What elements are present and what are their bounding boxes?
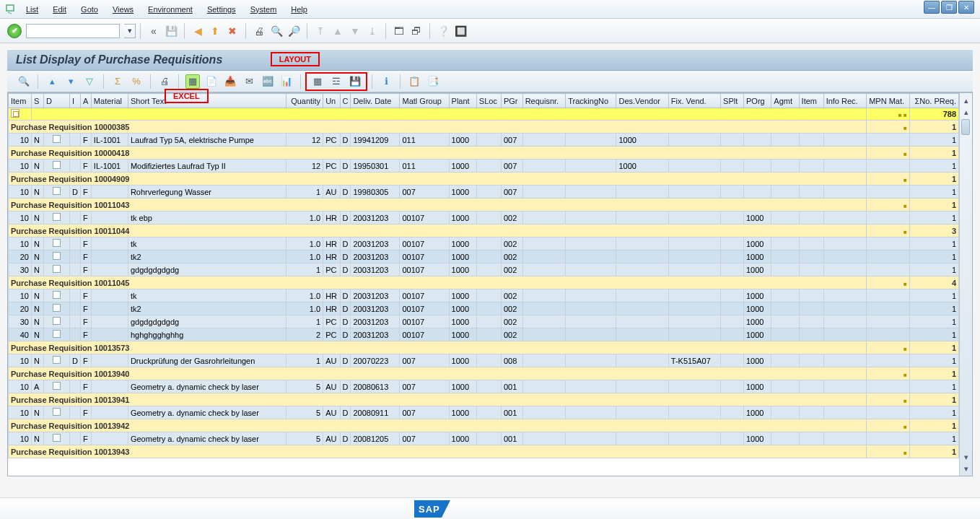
- command-dropdown[interactable]: ▾: [124, 24, 136, 38]
- checkbox[interactable]: [53, 291, 61, 299]
- minimize-button[interactable]: —: [924, 1, 940, 14]
- column-header[interactable]: I: [70, 94, 81, 108]
- column-header[interactable]: C: [340, 94, 351, 108]
- table-row[interactable]: 10NDFRohrverlegung Wasser1AUD19980305007…: [9, 186, 959, 199]
- filter-icon[interactable]: [11, 109, 19, 118]
- scroll-up-icon[interactable]: ▴: [961, 95, 972, 106]
- column-header[interactable]: S: [31, 94, 43, 108]
- find-icon[interactable]: 🔍: [269, 24, 284, 38]
- column-header[interactable]: Quantity: [286, 94, 323, 108]
- table-row[interactable]: 10NFGeometry a. dynamic check by laser5A…: [9, 432, 959, 445]
- group-header-row[interactable]: Purchase Requisition 10000418■1: [9, 147, 959, 160]
- help-icon[interactable]: ❔: [436, 24, 450, 38]
- column-header[interactable]: D: [43, 94, 69, 108]
- scroll-thumb[interactable]: [961, 119, 970, 135]
- column-header[interactable]: ΣNo. PReq.: [909, 94, 958, 108]
- group-header-row[interactable]: Purchase Requisition 10000385■1: [9, 121, 959, 134]
- info-icon[interactable]: ℹ: [379, 74, 393, 89]
- checkbox[interactable]: [53, 187, 61, 195]
- column-header[interactable]: Material: [91, 94, 128, 108]
- column-header[interactable]: Agmt: [771, 94, 799, 108]
- close-button[interactable]: ✕: [958, 1, 974, 14]
- group-header-row[interactable]: Purchase Requisition 10013940■1: [9, 367, 959, 380]
- command-field[interactable]: [26, 24, 120, 38]
- local-file-icon[interactable]: 📥: [223, 74, 237, 89]
- column-header[interactable]: A: [80, 94, 91, 108]
- menu-settings[interactable]: Settings: [207, 5, 236, 14]
- group-header-row[interactable]: Purchase Requisition 10013573■1: [9, 341, 959, 354]
- table-row[interactable]: 10NFGeometry a. dynamic check by laser5A…: [9, 406, 959, 419]
- checkbox[interactable]: [53, 213, 61, 221]
- checkbox[interactable]: [53, 434, 61, 442]
- table-row[interactable]: 10NDFDruckprüfung der Gasrohrleitungen1A…: [9, 354, 959, 367]
- checkbox[interactable]: [53, 304, 61, 312]
- grid-scroll-area[interactable]: ItemSDIAMaterialShort TextQuantityUnCDel…: [8, 93, 959, 476]
- sort-desc-icon[interactable]: ▾: [64, 74, 78, 89]
- column-header[interactable]: PGr: [501, 94, 522, 108]
- vertical-scrollbar[interactable]: ▴ ▴ ▾ ▾: [959, 93, 972, 476]
- column-header[interactable]: Info Rec.: [823, 94, 867, 108]
- excel-export-icon[interactable]: ▦: [185, 74, 200, 89]
- layout-menu-icon[interactable]: 🔲: [453, 24, 468, 38]
- enter-button[interactable]: ✔: [7, 24, 22, 38]
- services-icon[interactable]: 📑: [426, 74, 440, 89]
- find-next-icon[interactable]: 🔎: [286, 24, 301, 38]
- column-header[interactable]: Requisnr.: [522, 94, 566, 108]
- table-row[interactable]: 10NFIL-1001Modifiziertes Laufrad Typ II1…: [9, 160, 959, 173]
- menu-views[interactable]: Views: [113, 5, 134, 14]
- scroll-up-icon[interactable]: ▴: [961, 106, 972, 118]
- filter-icon[interactable]: ▽: [82, 74, 97, 89]
- menu-goto[interactable]: Goto: [81, 5, 98, 14]
- column-header[interactable]: Un: [323, 94, 340, 108]
- group-header-row[interactable]: Purchase Requisition 10011045■4: [9, 276, 959, 289]
- column-header[interactable]: Matl Group: [400, 94, 449, 108]
- group-header-row[interactable]: Purchase Requisition 10013942■1: [9, 419, 959, 432]
- exit-icon[interactable]: ⬆: [208, 24, 222, 38]
- checkbox[interactable]: [53, 239, 61, 247]
- column-header[interactable]: SLoc: [476, 94, 501, 108]
- scroll-down-icon[interactable]: ▾: [961, 451, 972, 463]
- column-header[interactable]: MPN Mat.: [867, 94, 910, 108]
- table-row[interactable]: 20NFtk21.0HRD2003120300107100000210001: [9, 250, 959, 263]
- checkbox[interactable]: [53, 317, 61, 325]
- cancel-icon[interactable]: ✖: [225, 24, 240, 38]
- table-row[interactable]: 10NFtk1.0HRD2003120300107100000210001: [9, 289, 959, 302]
- group-header-row[interactable]: Purchase Requisition 10013943■1: [9, 445, 959, 458]
- total-icon[interactable]: Σ: [110, 74, 125, 89]
- back-first-icon[interactable]: «: [146, 24, 161, 38]
- graphic-icon[interactable]: 📊: [279, 74, 294, 89]
- column-header[interactable]: POrg: [744, 94, 771, 108]
- assign-icon[interactable]: 📋: [407, 74, 421, 89]
- back-icon[interactable]: ◀: [191, 24, 205, 38]
- table-row[interactable]: 10NFtk1.0HRD2003120300107100000210001: [9, 237, 959, 250]
- table-row[interactable]: 20NFtk21.0HRD2003120300107100000210001: [9, 302, 959, 315]
- sort-asc-icon[interactable]: ▴: [45, 74, 59, 89]
- column-header[interactable]: Fix. Vend.: [668, 94, 720, 108]
- table-row[interactable]: 30NFgdgdgdgdgdg1PCD200312030010710000021…: [9, 263, 959, 276]
- shortcut-icon[interactable]: 🗗: [409, 24, 424, 38]
- checkbox[interactable]: [53, 135, 61, 143]
- checkbox[interactable]: [53, 330, 61, 338]
- column-header[interactable]: Item: [799, 94, 823, 108]
- menu-environment[interactable]: Environment: [148, 5, 193, 14]
- app-menu-icon[interactable]: [6, 3, 19, 16]
- table-row[interactable]: 10NFtk ebp1.0HRD200312030010710000021000…: [9, 211, 959, 224]
- word-export-icon[interactable]: 📄: [204, 74, 219, 89]
- scroll-down-icon[interactable]: ▾: [961, 463, 972, 474]
- group-header-row[interactable]: Purchase Requisition 10013941■1: [9, 393, 959, 406]
- change-layout-icon[interactable]: ▦: [310, 74, 325, 89]
- details-icon[interactable]: 🔍: [17, 74, 31, 89]
- table-row[interactable]: 30NFgdgdgdgdgdg1PCD200312030010710000021…: [9, 315, 959, 328]
- column-header[interactable]: Plant: [449, 94, 476, 108]
- column-header[interactable]: TrackingNo: [566, 94, 616, 108]
- select-layout-icon[interactable]: ☲: [329, 74, 344, 89]
- column-header[interactable]: Des.Vendor: [616, 94, 668, 108]
- menu-system[interactable]: System: [250, 5, 277, 14]
- new-session-icon[interactable]: 🗔: [392, 24, 406, 38]
- column-header[interactable]: Item: [9, 94, 32, 108]
- subtotal-icon[interactable]: %: [129, 74, 144, 89]
- checkbox[interactable]: [53, 161, 61, 169]
- mail-icon[interactable]: ✉: [242, 74, 256, 89]
- print-icon[interactable]: 🖨: [252, 24, 266, 38]
- menu-edit[interactable]: Edit: [53, 5, 66, 14]
